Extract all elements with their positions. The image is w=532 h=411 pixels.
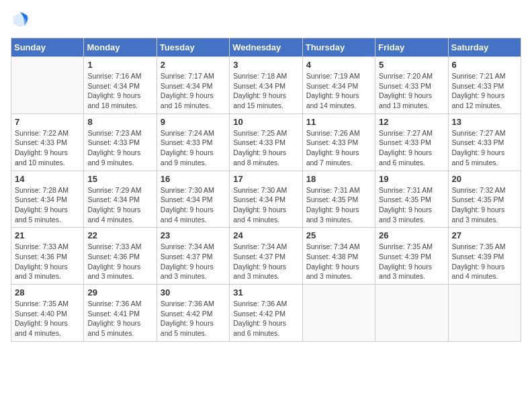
- calendar-cell: 3Sunrise: 7:18 AMSunset: 4:34 PMDaylight…: [230, 57, 302, 114]
- day-info: Sunrise: 7:35 AMSunset: 4:40 PMDaylight:…: [15, 299, 80, 338]
- calendar-cell: 20Sunrise: 7:32 AMSunset: 4:35 PMDayligh…: [448, 171, 521, 228]
- day-number: 23: [161, 230, 226, 240]
- day-number: 19: [379, 174, 444, 184]
- day-number: 4: [306, 60, 371, 70]
- calendar-cell: 19Sunrise: 7:31 AMSunset: 4:35 PMDayligh…: [375, 171, 448, 228]
- day-info: Sunrise: 7:25 AMSunset: 4:33 PMDaylight:…: [233, 128, 298, 168]
- day-info: Sunrise: 7:30 AMSunset: 4:34 PMDaylight:…: [233, 185, 298, 225]
- day-number: 17: [233, 174, 298, 184]
- calendar-cell: [375, 285, 448, 342]
- day-info: Sunrise: 7:28 AMSunset: 4:34 PMDaylight:…: [15, 185, 80, 225]
- day-info: Sunrise: 7:36 AMSunset: 4:41 PMDaylight:…: [87, 299, 152, 338]
- calendar-cell: 28Sunrise: 7:35 AMSunset: 4:40 PMDayligh…: [11, 285, 84, 342]
- day-info: Sunrise: 7:34 AMSunset: 4:37 PMDaylight:…: [161, 242, 226, 281]
- day-number: 28: [15, 287, 80, 298]
- day-info: Sunrise: 7:30 AMSunset: 4:34 PMDaylight:…: [161, 185, 226, 225]
- calendar-cell: 26Sunrise: 7:35 AMSunset: 4:39 PMDayligh…: [375, 228, 448, 285]
- day-number: 13: [452, 117, 517, 127]
- calendar-cell: [11, 57, 84, 114]
- calendar-cell: 30Sunrise: 7:36 AMSunset: 4:42 PMDayligh…: [157, 285, 229, 342]
- day-number: 16: [161, 174, 226, 184]
- day-number: 24: [233, 230, 298, 240]
- day-number: 7: [15, 117, 80, 127]
- day-number: 3: [233, 60, 298, 70]
- calendar-cell: 1Sunrise: 7:16 AMSunset: 4:34 PMDaylight…: [84, 57, 157, 114]
- calendar-cell: 21Sunrise: 7:33 AMSunset: 4:36 PMDayligh…: [11, 228, 84, 285]
- day-info: Sunrise: 7:20 AMSunset: 4:33 PMDaylight:…: [379, 71, 444, 111]
- day-info: Sunrise: 7:19 AMSunset: 4:34 PMDaylight:…: [306, 71, 371, 111]
- day-info: Sunrise: 7:24 AMSunset: 4:33 PMDaylight:…: [161, 128, 226, 168]
- calendar-header-tuesday: Tuesday: [157, 38, 229, 57]
- day-info: Sunrise: 7:26 AMSunset: 4:33 PMDaylight:…: [306, 128, 371, 168]
- day-number: 20: [452, 174, 517, 184]
- calendar-header-saturday: Saturday: [448, 38, 521, 57]
- calendar-cell: 7Sunrise: 7:22 AMSunset: 4:33 PMDaylight…: [11, 113, 84, 171]
- calendar-cell: 25Sunrise: 7:34 AMSunset: 4:38 PMDayligh…: [302, 228, 375, 285]
- day-info: Sunrise: 7:29 AMSunset: 4:34 PMDaylight:…: [87, 185, 152, 225]
- calendar-cell: 11Sunrise: 7:26 AMSunset: 4:33 PMDayligh…: [302, 113, 375, 171]
- calendar-cell: 23Sunrise: 7:34 AMSunset: 4:37 PMDayligh…: [157, 228, 229, 285]
- day-number: 12: [379, 117, 444, 127]
- calendar-cell: [302, 285, 375, 342]
- day-number: 9: [161, 117, 226, 127]
- calendar-cell: 12Sunrise: 7:27 AMSunset: 4:33 PMDayligh…: [375, 113, 448, 171]
- calendar-header-friday: Friday: [375, 38, 448, 57]
- calendar-cell: 29Sunrise: 7:36 AMSunset: 4:41 PMDayligh…: [84, 285, 157, 342]
- day-number: 5: [379, 60, 444, 70]
- day-info: Sunrise: 7:35 AMSunset: 4:39 PMDaylight:…: [452, 242, 517, 281]
- day-number: 14: [15, 174, 80, 184]
- day-number: 1: [87, 60, 152, 70]
- day-number: 21: [15, 230, 80, 240]
- calendar-cell: 18Sunrise: 7:31 AMSunset: 4:35 PMDayligh…: [302, 171, 375, 228]
- calendar-cell: 24Sunrise: 7:34 AMSunset: 4:37 PMDayligh…: [230, 228, 302, 285]
- calendar-cell: 16Sunrise: 7:30 AMSunset: 4:34 PMDayligh…: [157, 171, 229, 228]
- day-info: Sunrise: 7:31 AMSunset: 4:35 PMDaylight:…: [306, 185, 371, 225]
- day-number: 2: [161, 60, 226, 70]
- day-info: Sunrise: 7:18 AMSunset: 4:34 PMDaylight:…: [233, 71, 298, 111]
- day-info: Sunrise: 7:27 AMSunset: 4:33 PMDaylight:…: [379, 128, 444, 168]
- day-info: Sunrise: 7:36 AMSunset: 4:42 PMDaylight:…: [161, 299, 226, 338]
- calendar-table: SundayMondayTuesdayWednesdayThursdayFrid…: [11, 38, 521, 342]
- calendar-cell: 27Sunrise: 7:35 AMSunset: 4:39 PMDayligh…: [448, 228, 521, 285]
- calendar-week-5: 28Sunrise: 7:35 AMSunset: 4:40 PMDayligh…: [11, 285, 521, 342]
- calendar-header-sunday: Sunday: [11, 38, 84, 57]
- day-info: Sunrise: 7:34 AMSunset: 4:37 PMDaylight:…: [233, 242, 298, 281]
- day-number: 29: [87, 287, 152, 298]
- calendar-cell: 22Sunrise: 7:33 AMSunset: 4:36 PMDayligh…: [84, 228, 157, 285]
- calendar-cell: 8Sunrise: 7:23 AMSunset: 4:33 PMDaylight…: [84, 113, 157, 171]
- day-info: Sunrise: 7:36 AMSunset: 4:42 PMDaylight:…: [233, 299, 298, 338]
- logo: [11, 11, 32, 30]
- day-number: 31: [233, 287, 298, 298]
- day-number: 18: [306, 174, 371, 184]
- calendar-cell: 2Sunrise: 7:17 AMSunset: 4:34 PMDaylight…: [157, 57, 229, 114]
- day-info: Sunrise: 7:27 AMSunset: 4:33 PMDaylight:…: [452, 128, 517, 168]
- day-number: 8: [87, 117, 152, 127]
- calendar-cell: 10Sunrise: 7:25 AMSunset: 4:33 PMDayligh…: [230, 113, 302, 171]
- calendar-cell: 9Sunrise: 7:24 AMSunset: 4:33 PMDaylight…: [157, 113, 229, 171]
- day-info: Sunrise: 7:34 AMSunset: 4:38 PMDaylight:…: [306, 242, 371, 281]
- page-header: [11, 11, 521, 30]
- day-info: Sunrise: 7:31 AMSunset: 4:35 PMDaylight:…: [379, 185, 444, 225]
- day-number: 22: [87, 230, 152, 240]
- day-info: Sunrise: 7:17 AMSunset: 4:34 PMDaylight:…: [161, 71, 226, 111]
- calendar-week-3: 14Sunrise: 7:28 AMSunset: 4:34 PMDayligh…: [11, 171, 521, 228]
- day-info: Sunrise: 7:33 AMSunset: 4:36 PMDaylight:…: [15, 242, 80, 281]
- calendar-cell: 31Sunrise: 7:36 AMSunset: 4:42 PMDayligh…: [230, 285, 302, 342]
- day-number: 25: [306, 230, 371, 240]
- day-info: Sunrise: 7:35 AMSunset: 4:39 PMDaylight:…: [379, 242, 444, 281]
- day-info: Sunrise: 7:16 AMSunset: 4:34 PMDaylight:…: [87, 71, 152, 111]
- calendar-cell: 4Sunrise: 7:19 AMSunset: 4:34 PMDaylight…: [302, 57, 375, 114]
- calendar-cell: [448, 285, 521, 342]
- day-number: 6: [452, 60, 517, 70]
- calendar-week-1: 1Sunrise: 7:16 AMSunset: 4:34 PMDaylight…: [11, 57, 521, 114]
- calendar-header-monday: Monday: [84, 38, 157, 57]
- day-info: Sunrise: 7:23 AMSunset: 4:33 PMDaylight:…: [87, 128, 152, 168]
- calendar-week-2: 7Sunrise: 7:22 AMSunset: 4:33 PMDaylight…: [11, 113, 521, 171]
- day-number: 15: [87, 174, 152, 184]
- calendar-cell: 6Sunrise: 7:21 AMSunset: 4:33 PMDaylight…: [448, 57, 521, 114]
- calendar-cell: 14Sunrise: 7:28 AMSunset: 4:34 PMDayligh…: [11, 171, 84, 228]
- calendar-cell: 13Sunrise: 7:27 AMSunset: 4:33 PMDayligh…: [448, 113, 521, 171]
- day-number: 10: [233, 117, 298, 127]
- calendar-header-row: SundayMondayTuesdayWednesdayThursdayFrid…: [11, 38, 521, 57]
- calendar-cell: 15Sunrise: 7:29 AMSunset: 4:34 PMDayligh…: [84, 171, 157, 228]
